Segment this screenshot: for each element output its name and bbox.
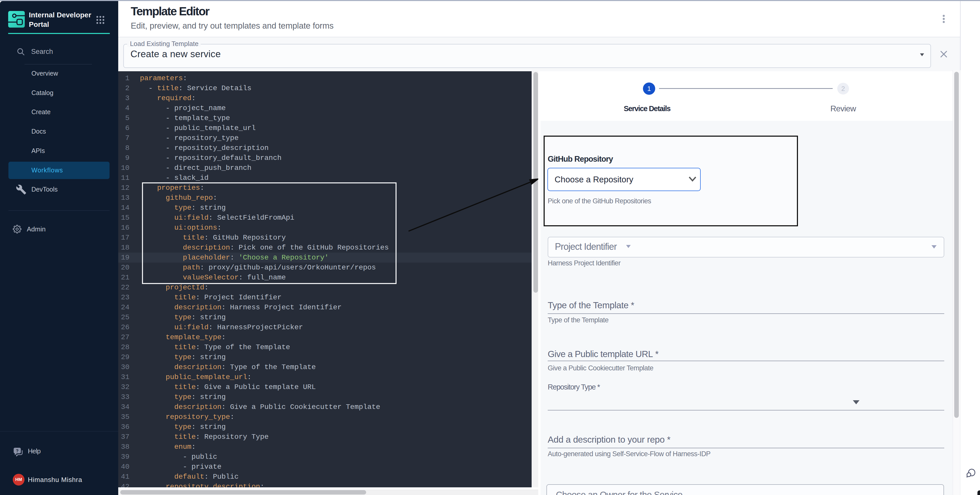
- svg-text:?: ?: [16, 449, 18, 454]
